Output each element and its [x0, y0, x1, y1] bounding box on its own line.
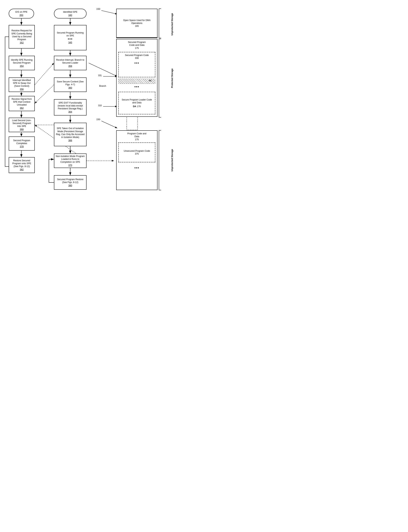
- spe-isolation-box: SPE Taken Out of Isolation Mode (Persist…: [54, 123, 86, 146]
- secured-code-data-ref: 175: [135, 47, 139, 50]
- receive-signal-ref: 362: [20, 107, 24, 110]
- program-dots: •••: [134, 166, 139, 170]
- non-isolation-label: Non-Isolation Mode Program Loaded & Runs…: [56, 155, 85, 164]
- unprotected-storage-bottom-label: Unprotected Storage: [171, 132, 173, 189]
- interrupt-spe-ref: 356: [20, 88, 24, 91]
- diagram-container: O/S on PPE 350 Receive Request for SPE C…: [0, 0, 174, 228]
- program-code-data-box: Program Code and Data 175 Unsecured Prog…: [116, 130, 157, 190]
- receive-request-label: Receive Request for SPE Currently Being …: [10, 29, 33, 41]
- os-ppe-label: O/S on PPE: [15, 10, 27, 13]
- open-space-label: Open Space Used for DMA Operations: [118, 19, 156, 25]
- load-second-box: Load Second (non-Secured) Program Into S…: [9, 118, 35, 132]
- ref-150-mid: 150: [96, 118, 100, 121]
- non-isolation-box: Non-Isolation Mode Program Loaded & Runs…: [54, 153, 86, 168]
- identified-spe-ref: 340: [68, 14, 72, 17]
- receive-interrupt-label: Receive Interrupt, Branch to Secured Loa…: [56, 59, 85, 64]
- svg-line-27: [89, 63, 117, 76]
- loader-code-box: Secure Program Loader Code and Data DA 1…: [118, 92, 155, 114]
- receive-request-ref: 352: [20, 41, 24, 44]
- open-space-ref: 165: [135, 25, 139, 27]
- restore-secured-label: Restore Secured Program onto SPE (See Fi…: [10, 159, 33, 168]
- dots-below-hatch: •••: [134, 85, 139, 89]
- spe-isolation-label: SPE Taken Out of Isolation Mode (Persist…: [56, 127, 85, 139]
- loader-code-ref: 170: [137, 105, 141, 108]
- unsecured-code-label: Unsecured Program Code: [124, 150, 150, 152]
- secured-running-box: Secured Program Running on SPE ••• 345: [54, 25, 86, 50]
- load-second-label: Load Second (non-Secured) Program Into S…: [10, 119, 33, 128]
- spe-exit-ref: 364: [68, 110, 72, 113]
- svg-line-26: [101, 121, 117, 128]
- second-completes-ref: 378: [20, 145, 24, 148]
- unprotected-storage-top-label: Unprotected Storage: [171, 11, 173, 38]
- identified-spe-label: Identified SPE: [63, 10, 77, 13]
- program-code-data-ref: 175: [135, 138, 139, 141]
- receive-request-box: Receive Request for SPE Currently Being …: [9, 25, 35, 49]
- os-ppe-box: O/S on PPE 350: [9, 9, 34, 18]
- identify-spe-label: Identify SPE Running Secured Program: [10, 59, 33, 64]
- ref-310: 310: [98, 104, 102, 107]
- save-context-label: Save Secure Context (See Figs. 4-7): [56, 80, 85, 86]
- secured-running-dots: •••: [68, 37, 73, 41]
- receive-signal-box: Receive Signal from SPE that Context Unl…: [9, 96, 35, 111]
- spe-exit-box: SPE EXIT Functionality (erases local dat…: [54, 99, 86, 116]
- ref-331: 331: [98, 74, 102, 77]
- os-ppe-ref: 350: [19, 14, 23, 17]
- branch-label: Branch: [99, 85, 106, 87]
- identified-spe-box: Identified SPE 340: [54, 9, 86, 18]
- secured-restore-box: Secured Program Restore (See Figs. 8-12)…: [54, 175, 86, 190]
- secured-code-data-box: Secured Program Code and Data 175 Secure…: [116, 39, 157, 117]
- restore-secured-ref: 382: [20, 168, 24, 171]
- receive-interrupt-ref: 358: [68, 65, 72, 68]
- secured-code-data-label: Secured Program Code and Data: [128, 41, 146, 46]
- secured-code-dots: •••: [134, 61, 139, 65]
- pc-label: PC: [149, 79, 152, 82]
- spe-exit-label: SPE EXIT Functionality (erases local dat…: [56, 101, 85, 110]
- secured-restore-ref: 380: [68, 184, 72, 187]
- identify-spe-box: Identify SPE Running Secured Program 354: [9, 56, 35, 70]
- identify-spe-ref: 354: [20, 65, 24, 68]
- unsecured-code-box: Unsecured Program Code 375: [118, 143, 155, 162]
- receive-signal-label: Receive Signal from SPE that Context Unl…: [10, 98, 33, 106]
- non-isolation-ref: 370: [68, 164, 72, 167]
- second-completes-box: Second Program Completes 378: [9, 136, 35, 151]
- interrupt-spe-label: Interrupt Identified SPE to Swap Out (Sa…: [10, 79, 33, 88]
- open-space-box: Open Space Used for DMA Operations 165: [116, 9, 157, 38]
- secured-restore-label: Secured Program Restore (See Figs. 8-12): [56, 178, 85, 184]
- program-code-data-label: Program Code and Data: [127, 132, 146, 138]
- unsecured-code-ref: 375: [135, 152, 139, 155]
- secured-code-box: Secured Program Code 330 •••: [118, 52, 155, 77]
- secured-code-ref: 330: [135, 57, 139, 59]
- svg-line-18: [35, 85, 54, 103]
- da-label: DA: [133, 105, 136, 108]
- secured-running-ref: 345: [68, 41, 72, 44]
- second-completes-label: Second Program Completes: [10, 139, 33, 145]
- ref-150-top: 150: [96, 8, 100, 10]
- protected-storage-label: Protected Storage: [171, 41, 173, 116]
- receive-interrupt-box: Receive Interrupt, Branch to Secured Loa…: [54, 56, 86, 70]
- secured-running-label: Secured Program Running on SPE: [56, 31, 85, 37]
- secured-code-label: Secured Program Code: [125, 54, 149, 57]
- svg-line-25: [101, 10, 117, 14]
- interrupt-spe-box: Interrupt Identified SPE to Swap Out (Sa…: [9, 77, 35, 92]
- restore-secured-box: Restore Secured Program onto SPE (See Fi…: [9, 157, 35, 173]
- loader-code-label: Secure Program Loader Code and Data: [120, 98, 154, 104]
- svg-line-17: [35, 63, 54, 85]
- spe-isolation-ref: 366: [68, 139, 72, 142]
- save-context-ref: 360: [68, 86, 72, 89]
- save-context-box: Save Secure Context (See Figs. 4-7) 360: [54, 77, 86, 92]
- load-second-ref: 368: [20, 128, 24, 131]
